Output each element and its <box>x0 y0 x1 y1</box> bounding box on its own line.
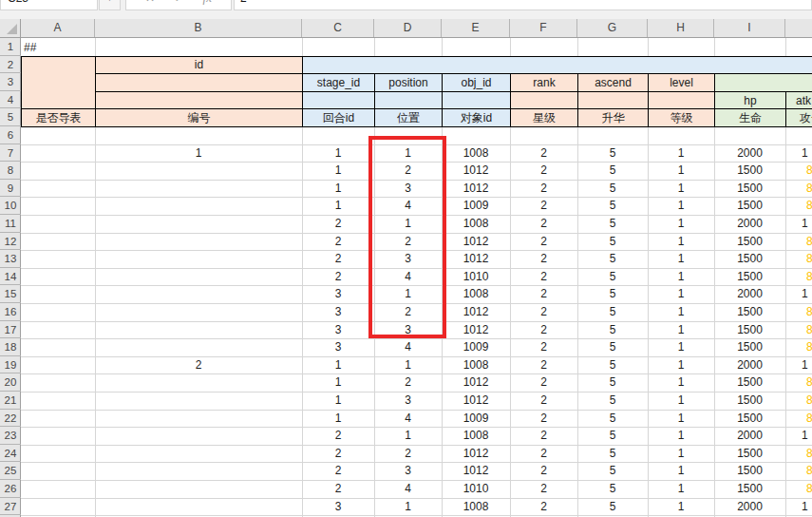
cell-G11[interactable]: 5 <box>577 215 648 233</box>
header-cell-J5[interactable]: 攻击 <box>785 108 812 127</box>
cell-G10[interactable]: 5 <box>577 197 648 215</box>
row-header-10[interactable]: 10 <box>0 197 21 215</box>
cell-F22[interactable]: 2 <box>510 410 577 428</box>
cell-J17[interactable]: 8 <box>785 321 812 339</box>
row-header-22[interactable]: 22 <box>0 410 21 428</box>
cell-J11[interactable]: 1 <box>785 215 812 233</box>
cell-I17[interactable]: 1500 <box>714 321 785 339</box>
header-cell-D4[interactable] <box>374 91 443 110</box>
cell-H9[interactable]: 1 <box>648 180 714 198</box>
row-header-26[interactable]: 26 <box>0 480 21 498</box>
cell-I16[interactable]: 1500 <box>714 303 785 321</box>
header-cell-E4[interactable] <box>442 91 511 110</box>
column-header-partial[interactable] <box>785 19 812 37</box>
column-header-G[interactable]: G <box>577 19 648 37</box>
cell-D20[interactable]: 2 <box>374 373 442 392</box>
cell-H11[interactable]: 1 <box>648 215 714 233</box>
row-header-12[interactable]: 12 <box>0 233 21 251</box>
cell-G19[interactable]: 5 <box>577 356 648 374</box>
cell-F23[interactable]: 2 <box>510 427 577 445</box>
row-header-24[interactable]: 24 <box>0 445 21 463</box>
cell-H14[interactable]: 1 <box>648 268 714 286</box>
cell-E21[interactable]: 1012 <box>442 392 510 410</box>
cell-F20[interactable]: 2 <box>510 373 577 392</box>
name-box[interactable]: C25 <box>0 0 98 10</box>
cell-C23[interactable]: 2 <box>302 427 374 445</box>
cell-I26[interactable]: 1500 <box>714 480 785 498</box>
column-header-H[interactable]: H <box>648 19 714 37</box>
cell-E11[interactable]: 1008 <box>442 215 510 233</box>
header-cell-F3[interactable]: rank <box>510 73 578 92</box>
cell-C10[interactable]: 1 <box>302 197 374 215</box>
cell-D26[interactable]: 4 <box>374 480 442 498</box>
cell-H8[interactable]: 1 <box>648 162 714 180</box>
header-cell-C4[interactable] <box>302 91 375 110</box>
cell-H22[interactable]: 1 <box>648 410 714 428</box>
cell-C25[interactable]: 2 <box>302 462 374 480</box>
cell-F24[interactable]: 2 <box>510 445 577 463</box>
cell-C20[interactable]: 1 <box>302 373 374 392</box>
cell-J23[interactable]: 1 <box>785 427 812 445</box>
cell-I22[interactable]: 1500 <box>714 410 785 428</box>
row-header-9[interactable]: 9 <box>0 180 21 198</box>
cell-I19[interactable]: 2000 <box>714 356 785 374</box>
row-header-1[interactable]: 1 <box>0 38 21 56</box>
header-cell-I3[interactable] <box>714 73 812 92</box>
cell-F27[interactable]: 2 <box>510 498 577 516</box>
row-header-4[interactable]: 4 <box>0 91 21 109</box>
column-header-A[interactable]: A <box>21 19 95 37</box>
cell-H7[interactable]: 1 <box>648 144 714 163</box>
cell-E18[interactable]: 1009 <box>442 338 510 356</box>
cell-C9[interactable]: 1 <box>302 180 374 198</box>
row-header-17[interactable]: 17 <box>0 321 21 339</box>
cell-C18[interactable]: 3 <box>302 338 374 356</box>
cell-H12[interactable]: 1 <box>648 233 714 251</box>
header-cell-A1[interactable]: ## <box>21 38 96 57</box>
row-header-14[interactable]: 14 <box>0 268 21 286</box>
cell-E17[interactable]: 1012 <box>442 321 510 339</box>
cell-I13[interactable]: 1500 <box>714 250 785 268</box>
cell-H17[interactable]: 1 <box>648 321 714 339</box>
cell-F18[interactable]: 2 <box>510 338 577 356</box>
row-header-15[interactable]: 15 <box>0 285 21 303</box>
cell-E19[interactable]: 1008 <box>442 356 510 374</box>
cell-E10[interactable]: 1009 <box>442 197 510 215</box>
cell-J16[interactable]: 8 <box>785 303 812 321</box>
column-header-D[interactable]: D <box>374 19 442 37</box>
cell-C27[interactable]: 3 <box>302 498 374 516</box>
row-header-25[interactable]: 25 <box>0 462 21 480</box>
cell-H10[interactable]: 1 <box>648 197 714 215</box>
cell-J15[interactable]: 1 <box>785 285 812 303</box>
cell-J19[interactable]: 1 <box>785 356 812 374</box>
header-cell-B4[interactable] <box>95 91 303 110</box>
cell-J21[interactable]: 8 <box>785 392 812 410</box>
column-header-C[interactable]: C <box>302 19 374 37</box>
cell-C26[interactable]: 2 <box>302 480 374 498</box>
header-cell-I4[interactable]: hp <box>714 91 786 110</box>
cell-C12[interactable]: 2 <box>302 233 374 251</box>
row-header-13[interactable]: 13 <box>0 250 21 268</box>
column-header-B[interactable]: B <box>95 19 302 37</box>
cell-F16[interactable]: 2 <box>510 303 577 321</box>
cell-J24[interactable]: 8 <box>785 445 812 463</box>
cell-E12[interactable]: 1012 <box>442 233 510 251</box>
cell-I18[interactable]: 1500 <box>714 338 785 356</box>
cell-C8[interactable]: 1 <box>302 162 374 180</box>
header-cell-B5[interactable]: 编号 <box>95 108 303 127</box>
cell-G8[interactable]: 5 <box>577 162 648 180</box>
header-cell-D3[interactable]: position <box>374 73 443 92</box>
cell-G24[interactable]: 5 <box>577 445 648 463</box>
cell-E15[interactable]: 1008 <box>442 285 510 303</box>
cell-D27[interactable]: 1 <box>374 498 442 516</box>
cell-J27[interactable]: 1 <box>785 498 812 516</box>
row-header-20[interactable]: 20 <box>0 373 21 392</box>
header-cell-H3[interactable]: level <box>648 73 715 92</box>
header-cell-C3[interactable]: stage_id <box>302 73 375 92</box>
cell-G26[interactable]: 5 <box>577 480 648 498</box>
row-header-16[interactable]: 16 <box>0 303 21 321</box>
cell-G12[interactable]: 5 <box>577 233 648 251</box>
select-all-corner[interactable] <box>0 19 21 38</box>
header-cell-G4[interactable] <box>577 91 649 110</box>
cell-I10[interactable]: 1500 <box>714 197 785 215</box>
cell-I25[interactable]: 1500 <box>714 462 785 480</box>
